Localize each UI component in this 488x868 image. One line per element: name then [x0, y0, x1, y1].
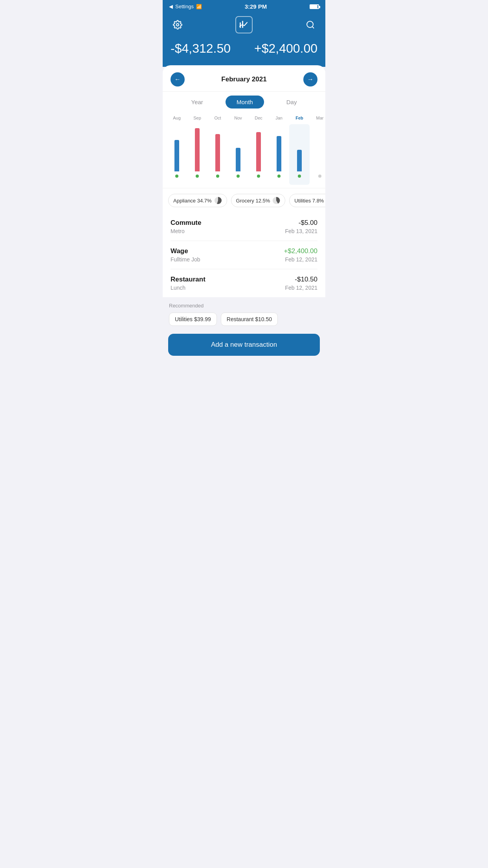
txn-commute-amount: -$5.00: [285, 219, 317, 227]
txn-restaurant-subtitle: Lunch: [171, 285, 205, 291]
chart-section: Aug Sep Oct Nov Dec Jan Feb Mar Apr May …: [163, 114, 325, 188]
txn-commute-title: Commute: [171, 219, 201, 227]
dot-dec: [257, 175, 260, 178]
app-logo: [235, 16, 253, 33]
header: -$4,312.50 +$2,400.00: [163, 12, 325, 67]
recommended-utilities[interactable]: Utilities $39.99: [169, 313, 217, 326]
recommended-restaurant-label: Restaurant $10.50: [227, 316, 272, 322]
transactions-list: Commute Metro -$5.00 Feb 13, 2021 Wage F…: [163, 213, 325, 297]
bar-feb-blue: [297, 150, 302, 171]
category-utilities-label: Utilities 7.8%: [294, 198, 324, 204]
recommended-tags: Utilities $39.99 Restaurant $10.50: [169, 313, 319, 326]
total-expenses: -$4,312.50: [171, 41, 231, 56]
status-left: ◀ Settings 📶: [169, 4, 202, 9]
dot-feb: [298, 175, 301, 178]
transaction-commute[interactable]: Commute Metro -$5.00 Feb 13, 2021: [171, 213, 317, 241]
prev-arrow-icon: ←: [174, 76, 181, 83]
tab-year[interactable]: Year: [180, 96, 214, 108]
next-period-button[interactable]: →: [303, 72, 317, 86]
chart-col-aug[interactable]: [167, 124, 187, 185]
next-arrow-icon: →: [307, 76, 314, 83]
time-tabs: Year Month Day: [163, 92, 325, 114]
bar-aug-blue: [174, 140, 179, 171]
back-arrow: ◀: [169, 4, 173, 9]
svg-point-0: [176, 24, 179, 26]
bar-dec-red: [256, 132, 261, 171]
svg-rect-2: [242, 21, 243, 28]
add-transaction-button[interactable]: Add a new transaction: [168, 334, 320, 356]
txn-commute-date: Feb 13, 2021: [285, 228, 317, 234]
recommended-section: Recommended Utilities $39.99 Restaurant …: [163, 297, 325, 330]
battery-icon: [310, 4, 319, 9]
add-transaction-label: Add a new transaction: [211, 341, 277, 348]
svg-rect-1: [240, 22, 241, 28]
status-right: [310, 4, 319, 9]
category-appliance[interactable]: Appliance 34.7%: [168, 194, 227, 207]
prev-period-button[interactable]: ←: [171, 72, 185, 86]
header-icons: [171, 16, 317, 33]
period-nav: ← February 2021 →: [163, 65, 325, 92]
header-amounts: -$4,312.50 +$2,400.00: [171, 40, 317, 57]
chart-col-nov[interactable]: [228, 124, 248, 185]
transaction-wage[interactable]: Wage Fulltime Job +$2,400.00 Feb 12, 202…: [171, 241, 317, 269]
chart-col-jan[interactable]: [269, 124, 289, 185]
bar-sep-red: [195, 128, 200, 171]
category-grocery-label: Grocery 12.5%: [236, 198, 270, 204]
txn-wage-title: Wage: [171, 247, 200, 255]
wifi-icon: 📶: [196, 4, 202, 9]
transaction-restaurant[interactable]: Restaurant Lunch -$10.50 Feb 12, 2021: [171, 269, 317, 297]
dot-oct: [216, 175, 219, 178]
status-bar: ◀ Settings 📶 3:29 PM: [163, 0, 325, 12]
settings-button[interactable]: [171, 18, 185, 32]
status-time: 3:29 PM: [245, 3, 267, 10]
chart-col-mar[interactable]: [310, 124, 325, 185]
chart-col-sep[interactable]: [187, 124, 207, 185]
search-button[interactable]: [303, 18, 317, 32]
settings-label[interactable]: Settings: [175, 4, 194, 9]
tab-month[interactable]: Month: [226, 96, 264, 108]
bar-nov-blue: [236, 148, 240, 171]
chart-bars-container: Aug Sep Oct Nov Dec Jan Feb Mar Apr May …: [163, 114, 325, 185]
total-income: +$2,400.00: [254, 41, 317, 56]
appliance-pie-icon: [214, 197, 222, 204]
chart-col-oct[interactable]: [207, 124, 228, 185]
txn-restaurant-amount: -$10.50: [285, 276, 317, 283]
tab-day[interactable]: Day: [275, 96, 308, 108]
main-card: ← February 2021 → Year Month Day Aug Sep…: [163, 65, 325, 297]
txn-wage-subtitle: Fulltime Job: [171, 256, 200, 263]
bar-oct-red: [215, 134, 220, 171]
dot-mar: [318, 175, 321, 178]
dot-jan: [277, 175, 281, 178]
grocery-pie-icon: [272, 197, 280, 204]
svg-point-3: [307, 21, 313, 28]
period-title: February 2021: [221, 75, 266, 83]
chart-col-feb[interactable]: [289, 124, 310, 185]
txn-wage-date: Feb 12, 2021: [284, 256, 317, 263]
recommended-label: Recommended: [169, 303, 319, 309]
txn-commute-subtitle: Metro: [171, 228, 201, 234]
category-grocery[interactable]: Grocery 12.5%: [231, 194, 286, 207]
category-appliance-label: Appliance 34.7%: [173, 198, 212, 204]
dot-sep: [196, 175, 199, 178]
recommended-utilities-label: Utilities $39.99: [175, 316, 211, 322]
chart-col-dec[interactable]: [248, 124, 269, 185]
dot-aug: [175, 175, 178, 178]
recommended-restaurant[interactable]: Restaurant $10.50: [221, 313, 278, 326]
category-utilities[interactable]: Utilities 7.8%: [289, 194, 325, 207]
txn-restaurant-title: Restaurant: [171, 276, 205, 283]
txn-restaurant-date: Feb 12, 2021: [285, 285, 317, 291]
dot-nov: [237, 175, 240, 178]
category-tags: Appliance 34.7% Grocery 12.5% Utilities …: [163, 188, 325, 213]
txn-wage-amount: +$2,400.00: [284, 247, 317, 255]
bar-jan-blue: [277, 136, 281, 171]
